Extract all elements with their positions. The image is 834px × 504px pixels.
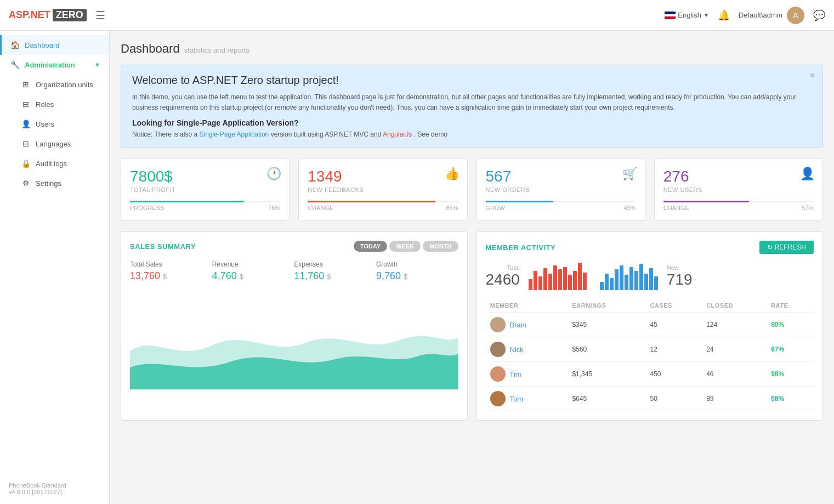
main-content: Dashboard statistics and reports × Welco… bbox=[110, 31, 834, 504]
new-label: New bbox=[667, 264, 693, 271]
sidebar-settings-label: Settings bbox=[36, 179, 61, 188]
sales-summary-card: SALES SUMMARY TODAYWEEKMONTH Total Sales… bbox=[121, 231, 468, 421]
member-name-cell: Tim bbox=[486, 362, 568, 387]
welcome-banner: × Welcome to ASP.NET Zero startup projec… bbox=[121, 65, 823, 148]
welcome-notice: Notice: There is also a Single-Page Appl… bbox=[132, 131, 812, 138]
audit-icon: 🔒 bbox=[21, 159, 30, 168]
member-table-body: Brain $345 45 124 80% Nick $560 12 24 67… bbox=[486, 313, 814, 411]
spa-link[interactable]: Single-Page Application bbox=[200, 131, 269, 138]
blue-bar bbox=[634, 271, 638, 290]
sidebar-item-languages[interactable]: ⊡ Languages bbox=[11, 134, 109, 154]
member-closed: 46 bbox=[702, 362, 767, 387]
th-member: MEMBER bbox=[486, 299, 568, 313]
period-btn-today[interactable]: TODAY bbox=[354, 241, 387, 252]
notification-button[interactable]: 🔔 bbox=[718, 9, 730, 21]
red-bars-chart bbox=[529, 263, 587, 290]
sales-metric-growth: Growth 9,760 $ bbox=[376, 261, 458, 282]
refresh-button[interactable]: ↻ REFRESH bbox=[759, 241, 814, 254]
roles-icon: ⊟ bbox=[21, 100, 30, 109]
progress-bg-total-profit bbox=[130, 201, 280, 202]
menu-toggle-button[interactable]: ☰ bbox=[95, 9, 105, 22]
sidebar-languages-label: Languages bbox=[36, 140, 71, 148]
member-table-head: MEMBEREARNINGSCASESCLOSEDRATE bbox=[486, 299, 814, 313]
blue-bar bbox=[610, 278, 614, 290]
member-earnings: $345 bbox=[568, 313, 645, 337]
sidebar-item-organization-units[interactable]: ⊞ Organization units bbox=[11, 75, 109, 94]
language-selector[interactable]: English ▼ bbox=[665, 11, 709, 19]
user-menu-button[interactable]: Default\admin A bbox=[739, 7, 804, 24]
blue-bar bbox=[629, 267, 633, 290]
member-earnings: $645 bbox=[568, 387, 645, 411]
progress-bg-new-users bbox=[663, 201, 814, 202]
progress-label-new-users: CHANGE bbox=[663, 205, 689, 211]
angular-link[interactable]: AngularJs bbox=[383, 131, 412, 138]
member-name: Tom bbox=[510, 395, 524, 403]
sidebar-item-audit-logs[interactable]: 🔒 Audit logs bbox=[11, 154, 109, 173]
progress-label-total-profit: PROGRESS bbox=[130, 205, 164, 211]
member-cases: 45 bbox=[645, 313, 702, 337]
blue-bar bbox=[625, 275, 628, 290]
red-bar bbox=[583, 273, 587, 290]
red-bar bbox=[568, 275, 572, 290]
footer-line1: PhoneBook Standard bbox=[9, 482, 66, 489]
sidebar-item-dashboard[interactable]: 🏠 Dashboard bbox=[0, 35, 109, 55]
progress-fill-new-users bbox=[663, 201, 749, 202]
member-activity-card: MEMBER ACTIVITY ↻ REFRESH Total 2460 bbox=[476, 231, 824, 421]
member-totals: Total 2460 New 719 bbox=[486, 263, 814, 290]
stat-value-total-profit: 7800$ bbox=[130, 168, 280, 185]
sales-metric-expenses: Expenses 11,760 $ bbox=[294, 261, 376, 282]
progress-pct-new-users: 57% bbox=[802, 205, 814, 211]
language-label: English bbox=[678, 11, 701, 19]
sidebar-administration-label: Administration bbox=[25, 61, 75, 69]
member-avatar bbox=[490, 317, 506, 332]
blue-bar bbox=[615, 269, 619, 290]
progress-pct-new-feedbacks: 85% bbox=[446, 205, 458, 211]
progress-fill-new-orders bbox=[486, 201, 553, 202]
sidebar-item-roles[interactable]: ⊟ Roles bbox=[11, 94, 109, 114]
red-bar bbox=[529, 279, 532, 290]
red-bar bbox=[573, 271, 577, 290]
member-avatar bbox=[490, 366, 506, 382]
member-closed: 24 bbox=[702, 337, 767, 362]
sidebar-item-users[interactable]: 👤 Users bbox=[11, 114, 109, 134]
red-bar bbox=[543, 268, 547, 290]
total-block: Total 2460 bbox=[486, 264, 520, 288]
bottom-row: SALES SUMMARY TODAYWEEKMONTH Total Sales… bbox=[121, 231, 823, 421]
sidebar-item-administration[interactable]: 🔧 Administration ▼ bbox=[0, 55, 109, 75]
stat-label-new-feedbacks: NEW FEEDBACKS bbox=[308, 186, 458, 193]
th-earnings: EARNINGS bbox=[568, 299, 645, 313]
languages-icon: ⊡ bbox=[21, 139, 30, 148]
member-rate: 98% bbox=[767, 362, 814, 387]
stat-card-new-orders: 🛒 567 NEW ORDERS GROW 45% bbox=[476, 158, 645, 220]
spa-title: Looking for Single-Page Application Vers… bbox=[132, 118, 812, 127]
new-block: New 719 bbox=[667, 264, 693, 288]
period-btn-month[interactable]: MONTH bbox=[423, 241, 458, 252]
th-closed: CLOSED bbox=[702, 299, 767, 313]
close-banner-button[interactable]: × bbox=[810, 71, 815, 81]
sales-chart bbox=[130, 291, 458, 389]
stat-label-new-orders: NEW ORDERS bbox=[486, 186, 636, 193]
member-table: MEMBEREARNINGSCASESCLOSEDRATE Brain $345… bbox=[486, 299, 814, 411]
table-row: Brain $345 45 124 80% bbox=[486, 313, 814, 337]
stat-icon-new-users: 👤 bbox=[800, 167, 815, 181]
member-name: Brain bbox=[510, 321, 526, 329]
th-rate: RATE bbox=[767, 299, 814, 313]
stat-value-new-feedbacks: 1349 bbox=[308, 168, 458, 185]
progress-label-new-feedbacks: CHANGE bbox=[308, 205, 333, 211]
period-btn-week[interactable]: WEEK bbox=[389, 241, 421, 252]
stat-progress-new-feedbacks: CHANGE 85% bbox=[308, 201, 458, 211]
progress-pct-total-profit: 76% bbox=[268, 205, 280, 211]
member-closed: 89 bbox=[702, 387, 767, 411]
avatar: A bbox=[787, 7, 804, 24]
blue-bar bbox=[639, 264, 643, 290]
sidebar-audit-label: Audit logs bbox=[36, 160, 67, 168]
chat-button[interactable]: 💬 bbox=[813, 9, 825, 21]
sidebar: 🏠 Dashboard 🔧 Administration ▼ ⊞ Organiz… bbox=[0, 31, 110, 504]
home-icon: 🏠 bbox=[10, 41, 19, 49]
red-bar bbox=[534, 271, 537, 290]
th-cases: CASES bbox=[645, 299, 702, 313]
sidebar-item-settings[interactable]: ⚙ Settings bbox=[11, 173, 109, 193]
red-bar bbox=[558, 269, 562, 290]
member-card-header: MEMBER ACTIVITY ↻ REFRESH bbox=[486, 241, 814, 254]
member-earnings: $1,345 bbox=[568, 362, 645, 387]
